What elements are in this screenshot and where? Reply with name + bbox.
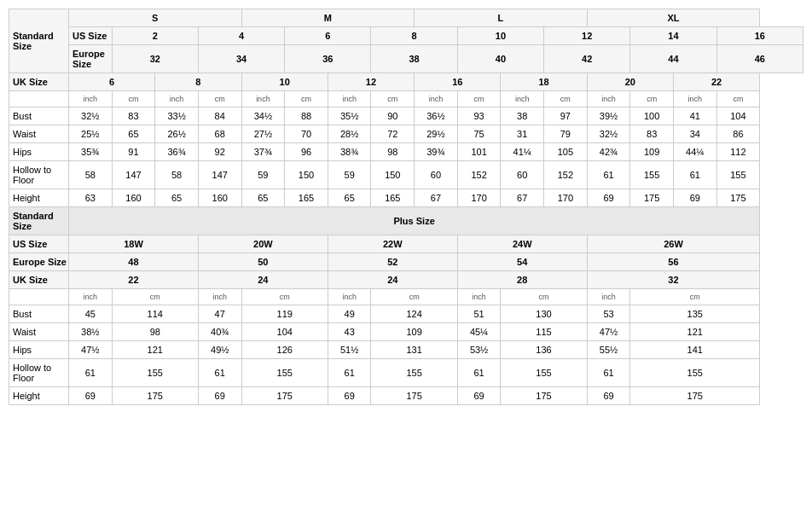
plus-hollow_to_floor-inch-2: 61 <box>328 359 371 387</box>
unit-header-row: inchcminchcminchcminchcminchcminchcminch… <box>9 91 803 107</box>
plus-bust-inch-2: 49 <box>328 305 371 323</box>
plus-waist-cm-4: 121 <box>630 323 760 341</box>
plus-height-cm-4: 175 <box>630 387 760 405</box>
plus-hollow_to_floor-cm-1: 155 <box>241 359 328 387</box>
std-hollow_to_floor-cm-6: 155 <box>630 161 674 189</box>
plus-bust-cm-4: 135 <box>630 305 760 323</box>
us-size-10: 10 <box>457 27 543 45</box>
std-bust-cm-4: 93 <box>457 107 501 125</box>
std-bust-inch-2: 34½ <box>241 107 285 125</box>
plus-us-size-20W: 20W <box>198 235 328 253</box>
plus-us-size-18W: 18W <box>69 235 199 253</box>
plus-hollow_to_floor-cm-4: 155 <box>630 359 760 387</box>
std-height-cm-7: 175 <box>716 189 760 207</box>
col-header-l: L <box>415 9 588 27</box>
plus-unit-header-row: inchcminchcminchcminchcminchcm <box>9 289 803 305</box>
plus-inch-header-0: inch <box>69 289 113 305</box>
cm-header-1: cm <box>198 91 241 107</box>
plus-europe-size-row: Europe Size4850525456 <box>9 253 803 271</box>
us-size-8: 8 <box>371 27 457 45</box>
plus-us-size-22W: 22W <box>328 235 457 253</box>
plus-hips-row: Hips47½12149½12651½13153½13655½141 <box>9 341 803 359</box>
std-hips-inch-4: 39¾ <box>415 143 458 161</box>
plus-bust-inch-0: 45 <box>69 305 113 323</box>
std-hollow_to_floor-inch-2: 59 <box>241 161 285 189</box>
us-size-6: 6 <box>285 27 371 45</box>
cm-header-6: cm <box>630 91 674 107</box>
plus-inch-header-3: inch <box>457 289 501 305</box>
eu-size-44: 44 <box>630 45 716 73</box>
std-bust-cm-2: 88 <box>285 107 328 125</box>
plus-hollow_to_floor-inch-1: 61 <box>198 359 241 387</box>
plus-hips-inch-2: 51½ <box>328 341 371 359</box>
plus-height-inch-0: 69 <box>69 387 113 405</box>
std-hips-inch-7: 44¼ <box>673 143 716 161</box>
us-size-2: 2 <box>112 27 198 45</box>
std-height-cm-0: 160 <box>112 189 155 207</box>
plus-inch-header-4: inch <box>587 289 630 305</box>
plus-bust-inch-4: 53 <box>587 305 630 323</box>
std-height-cm-5: 170 <box>544 189 588 207</box>
std-bust-inch-6: 39½ <box>587 107 630 125</box>
us-size-row: US Size246810121416 <box>9 27 803 45</box>
std-height-inch-4: 67 <box>415 189 458 207</box>
eu-size-32: 32 <box>112 45 198 73</box>
plus-uk-size-24: 24 <box>328 271 457 289</box>
std-bust-cm-7: 104 <box>716 107 760 125</box>
plus-height-inch-3: 69 <box>457 387 501 405</box>
std-bust-cm-5: 97 <box>544 107 588 125</box>
plus-eu-size-48: 48 <box>69 253 199 271</box>
std-hollow_to_floor-inch-4: 60 <box>415 161 458 189</box>
plus-us-size-label: US Size <box>9 235 69 253</box>
height-label: Height <box>9 189 69 207</box>
plus-hips-inch-1: 49½ <box>198 341 241 359</box>
std-height-inch-6: 69 <box>587 189 630 207</box>
std-waist-cm-6: 83 <box>630 125 674 143</box>
plus-uk-size-24: 24 <box>198 271 328 289</box>
std-waist-inch-1: 26½ <box>155 125 199 143</box>
std-hips-cm-0: 91 <box>112 143 155 161</box>
std-waist-inch-0: 25½ <box>69 125 113 143</box>
std-hips-inch-6: 42¾ <box>587 143 630 161</box>
std-hips-row: Hips35¾9136¾9237¾9638¾9839¾10141¼10542¾1… <box>9 143 803 161</box>
plus-std-label: Standard Size <box>9 207 69 235</box>
std-hollow_to_floor-inch-5: 60 <box>501 161 544 189</box>
plus-height-cm-3: 175 <box>501 387 587 405</box>
std-bust-inch-5: 38 <box>501 107 544 125</box>
plus-height-label: Height <box>9 387 69 405</box>
plus-eu-size-50: 50 <box>198 253 328 271</box>
uk-size-label: UK Size <box>9 73 69 91</box>
std-waist-cm-3: 72 <box>371 125 415 143</box>
plus-height-cm-2: 175 <box>371 387 457 405</box>
std-hips-cm-2: 96 <box>285 143 328 161</box>
std-hips-cm-3: 98 <box>371 143 415 161</box>
standard-size-label: Standard Size <box>9 9 69 73</box>
eu-size-42: 42 <box>544 45 630 73</box>
us-size-4: 4 <box>198 27 284 45</box>
plus-us-size-26W: 26W <box>587 235 760 253</box>
plus-inch-header-2: inch <box>328 289 371 305</box>
plus-uk-size-28: 28 <box>457 271 587 289</box>
std-hips-inch-3: 38¾ <box>328 143 371 161</box>
us-size-12: 12 <box>544 27 630 45</box>
uk-size-18: 18 <box>501 73 587 91</box>
std-waist-row: Waist25½6526½6827½7028½7229½75317932½833… <box>9 125 803 143</box>
std-waist-inch-4: 29½ <box>415 125 458 143</box>
std-waist-inch-2: 27½ <box>241 125 285 143</box>
inch-header-5: inch <box>501 91 544 107</box>
plus-waist-inch-2: 43 <box>328 323 371 341</box>
europe-size-row: Europe Size3234363840424446 <box>9 45 803 73</box>
inch-header-7: inch <box>673 91 716 107</box>
plus-height-inch-4: 69 <box>587 387 630 405</box>
plus-section-divider: Standard SizePlus Size <box>9 207 803 235</box>
plus-hips-cm-2: 131 <box>371 341 457 359</box>
std-hollow_to_floor-inch-7: 61 <box>673 161 716 189</box>
eu-size-40: 40 <box>457 45 543 73</box>
plus-hips-label: Hips <box>9 341 69 359</box>
eu-size-34: 34 <box>198 45 284 73</box>
std-hips-inch-2: 37¾ <box>241 143 285 161</box>
plus-cm-header-3: cm <box>501 289 587 305</box>
std-height-inch-2: 65 <box>241 189 285 207</box>
std-waist-cm-1: 68 <box>198 125 241 143</box>
plus-eu-size-56: 56 <box>587 253 760 271</box>
